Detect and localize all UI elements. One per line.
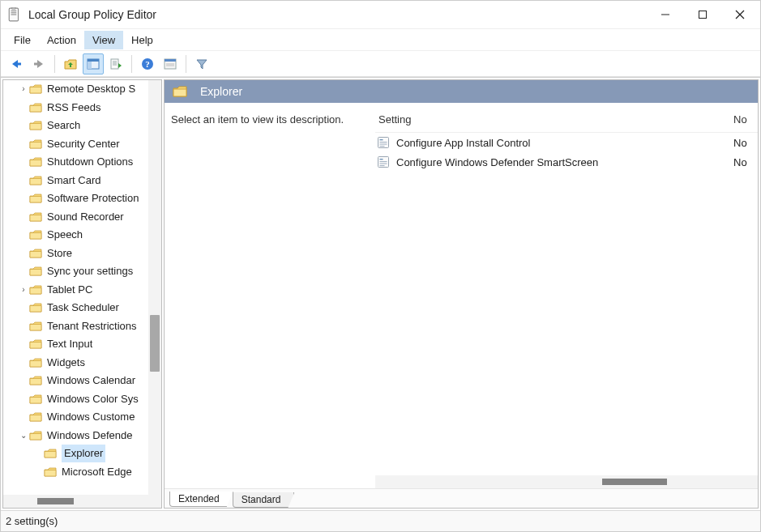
minimize-button[interactable]: [647, 2, 684, 28]
svg-rect-25: [380, 139, 383, 140]
window-title: Local Group Policy Editor: [28, 8, 647, 21]
menu-action[interactable]: Action: [39, 31, 84, 49]
tree-item[interactable]: Microsoft Edge: [3, 463, 161, 482]
tree-vertical-scrollbar-thumb[interactable]: [150, 315, 160, 372]
settings-header[interactable]: Setting No: [375, 103, 758, 133]
tree-horizontal-scrollbar[interactable]: [3, 495, 161, 508]
filter-button[interactable]: [191, 53, 212, 74]
tree-item[interactable]: ›Tablet PC: [3, 281, 161, 300]
menu-view[interactable]: View: [84, 31, 123, 49]
svg-text:?: ?: [145, 59, 150, 69]
tab-standard[interactable]: Standard: [233, 492, 295, 508]
tree-item[interactable]: Widgets: [3, 354, 161, 372]
tree-item-label: Text Input: [47, 335, 92, 353]
tree-expander-icon[interactable]: ›: [18, 281, 29, 299]
tree-item-label: Shutdown Options: [47, 153, 133, 171]
settings-column: Setting No Configure App Install Control…: [375, 103, 758, 488]
tree-item-label: Speech: [47, 226, 83, 244]
tree-item[interactable]: Sound Recorder: [3, 208, 161, 227]
setting-state: No: [733, 156, 758, 168]
properties-button[interactable]: [160, 53, 181, 74]
toolbar-separator: [131, 55, 132, 73]
tree-item[interactable]: Search: [3, 117, 161, 135]
svg-rect-21: [165, 59, 176, 62]
help-button[interactable]: ?: [137, 53, 158, 74]
tree-item[interactable]: Shutdown Options: [3, 153, 161, 172]
show-hide-tree-button[interactable]: [83, 53, 104, 74]
app-icon: [7, 7, 22, 22]
svg-rect-26: [380, 142, 387, 143]
svg-rect-32: [380, 164, 387, 164]
tree-list[interactable]: ›Remote Desktop SRSS FeedsSearchSecurity…: [3, 80, 161, 495]
menu-help[interactable]: Help: [123, 31, 161, 49]
tree-item-label: Tablet PC: [47, 281, 92, 299]
folder-icon: [29, 430, 42, 441]
tree-item[interactable]: Explorer: [3, 445, 161, 463]
svg-rect-12: [88, 59, 99, 62]
tree-item[interactable]: Smart Card: [3, 172, 161, 190]
tree-item-label: Task Scheduler: [47, 299, 119, 317]
tree-item[interactable]: Tenant Restrictions: [3, 317, 161, 336]
folder-icon: [29, 338, 42, 350]
folder-icon: [173, 85, 187, 98]
tree-item[interactable]: RSS Feeds: [3, 99, 161, 117]
tree-item[interactable]: ⌄Windows Defende: [3, 427, 161, 445]
tree-item-label: Windows Calendar: [47, 372, 135, 389]
folder-icon: [29, 138, 42, 150]
tab-extended[interactable]: Extended: [169, 492, 233, 507]
column-header-state[interactable]: No: [733, 113, 758, 126]
detail-horizontal-scrollbar-thumb[interactable]: [602, 479, 667, 485]
export-list-button[interactable]: [105, 53, 126, 74]
folder-icon: [29, 302, 42, 313]
tree-item[interactable]: Windows Calendar: [3, 372, 161, 390]
folder-icon: [29, 229, 42, 240]
tree-item[interactable]: Sync your settings: [3, 262, 161, 281]
tree-item[interactable]: Software Protection: [3, 189, 161, 208]
menubar: File Action View Help: [1, 28, 760, 51]
tree-vertical-scrollbar[interactable]: [148, 80, 161, 508]
folder-icon: [29, 411, 42, 423]
setting-name: Configure Windows Defender SmartScreen: [396, 156, 733, 168]
menu-file[interactable]: File: [6, 31, 39, 49]
forward-button[interactable]: [28, 53, 49, 74]
tree-item-label: Windows Color Sys: [47, 390, 139, 408]
tree-item-label: Software Protection: [47, 189, 139, 207]
tree-item-label: Tenant Restrictions: [47, 317, 137, 335]
tree-horizontal-scrollbar-thumb[interactable]: [37, 498, 74, 504]
toolbar-separator: [54, 55, 55, 73]
tree-expander-icon[interactable]: ⌄: [18, 427, 29, 445]
tree-pane: ›Remote Desktop SRSS FeedsSearchSecurity…: [2, 79, 162, 509]
toolbar: ?: [1, 51, 760, 77]
tree-item[interactable]: Text Input: [3, 335, 161, 354]
folder-icon: [44, 466, 57, 478]
folder-icon: [29, 83, 42, 95]
back-button[interactable]: [6, 53, 27, 74]
folder-icon: [29, 284, 42, 296]
tree-item[interactable]: Speech: [3, 226, 161, 245]
tree-item[interactable]: Task Scheduler: [3, 299, 161, 317]
tabs-row: Extended Standard: [165, 488, 758, 508]
tree-item[interactable]: Store: [3, 245, 161, 263]
close-button[interactable]: [721, 2, 759, 28]
detail-horizontal-scrollbar[interactable]: [375, 475, 758, 488]
tree-item-label: Microsoft Edge: [62, 463, 132, 481]
description-text: Select an item to view its description.: [171, 113, 344, 126]
detail-header: Explorer: [165, 80, 758, 103]
maximize-button[interactable]: [684, 2, 721, 28]
folder-icon: [29, 321, 42, 332]
tree-item[interactable]: Windows Color Sys: [3, 390, 161, 409]
window-controls: [647, 2, 759, 28]
up-level-button[interactable]: [60, 53, 81, 74]
description-column: Select an item to view its description.: [165, 103, 375, 488]
tree-expander-icon[interactable]: ›: [18, 80, 29, 98]
statusbar: 2 setting(s): [1, 510, 760, 531]
column-header-setting[interactable]: Setting: [378, 113, 733, 126]
svg-rect-33: [380, 165, 385, 166]
tree-item[interactable]: Security Center: [3, 135, 161, 154]
setting-row[interactable]: Configure Windows Defender SmartScreenNo: [375, 152, 758, 172]
tree-item[interactable]: ›Remote Desktop S: [3, 80, 161, 99]
tree-item[interactable]: Windows Custome: [3, 408, 161, 427]
folder-icon: [29, 175, 42, 186]
setting-row[interactable]: Configure App Install ControlNo: [375, 133, 758, 152]
settings-list: Configure App Install ControlNoConfigure…: [375, 133, 758, 475]
